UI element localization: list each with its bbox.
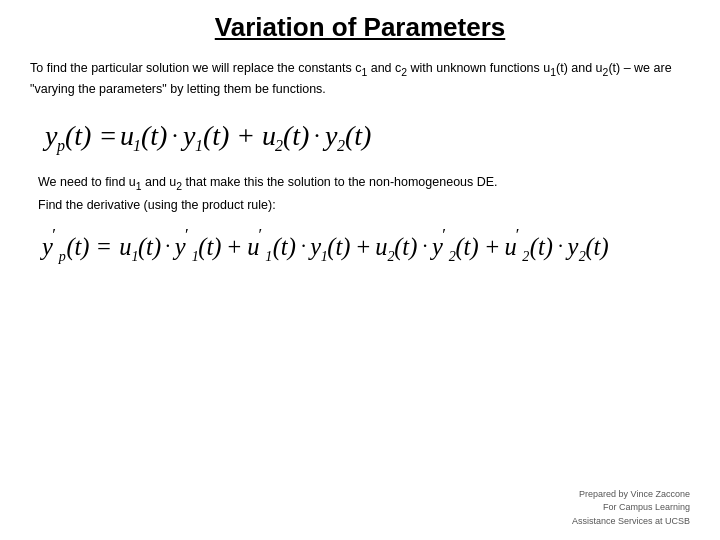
footer-line1: Prepared by Vince Zaccone	[572, 488, 690, 502]
svg-text:+: +	[238, 120, 254, 151]
svg-text:·: ·	[422, 235, 427, 257]
svg-text:(t): (t)	[141, 120, 167, 151]
svg-text:′: ′	[52, 225, 56, 244]
svg-text:′: ′	[185, 225, 189, 244]
svg-text:·: ·	[172, 122, 178, 148]
svg-text:p: p	[58, 248, 66, 264]
svg-text:y: y	[429, 233, 443, 260]
svg-text:y: y	[172, 233, 186, 260]
svg-text:′: ′	[516, 225, 520, 244]
note-paragraph: We need to find u1 and u2 that make this…	[38, 173, 690, 194]
svg-text:·: ·	[165, 235, 170, 257]
formula-particular-solution: y p (t) = u 1 (t) · y 1 (t) + u 2 (t) · …	[30, 109, 690, 161]
svg-text:·: ·	[314, 122, 320, 148]
svg-text:y: y	[180, 120, 196, 151]
svg-text:(t): (t)	[283, 120, 309, 151]
svg-text:2: 2	[275, 137, 283, 154]
svg-text:1: 1	[133, 137, 141, 154]
svg-text:(t): (t)	[273, 233, 296, 261]
svg-text:(t) =: (t) =	[66, 233, 112, 261]
svg-text:2: 2	[522, 248, 529, 264]
svg-text:u: u	[120, 120, 134, 151]
svg-text:(t): (t)	[585, 233, 608, 261]
svg-text:(t): (t)	[394, 233, 417, 261]
main-page: Variation of Parameters To find the part…	[0, 0, 720, 540]
svg-text:y: y	[565, 233, 579, 260]
svg-text:u: u	[262, 120, 276, 151]
svg-text:(t): (t)	[345, 120, 371, 151]
svg-text:y: y	[42, 120, 58, 151]
svg-text:u: u	[375, 233, 387, 260]
svg-text:u: u	[119, 233, 131, 260]
formula-derivative: y ′ p (t) = u 1 (t) · y ′ 1 (t) + u ′ 1 …	[30, 220, 690, 272]
svg-text:(t): (t)	[203, 120, 229, 151]
footer-line3: Assistance Services at UCSB	[572, 515, 690, 529]
svg-text:y: y	[322, 120, 338, 151]
footer-line2: For Campus Learning	[572, 501, 690, 515]
svg-text:(t): (t)	[198, 233, 221, 261]
svg-text:1: 1	[265, 248, 272, 264]
svg-text:+: +	[357, 233, 371, 260]
intro-paragraph: To find the particular solution we will …	[30, 59, 690, 99]
svg-text:y: y	[307, 233, 321, 260]
svg-text:y: y	[40, 233, 53, 260]
svg-text:+: +	[227, 233, 241, 260]
page-title: Variation of Parameters	[30, 12, 690, 43]
svg-text:′: ′	[259, 225, 263, 244]
svg-text:·: ·	[558, 235, 563, 257]
svg-text:1: 1	[195, 137, 203, 154]
svg-text:(t): (t)	[138, 233, 161, 261]
svg-text:(t) =: (t) =	[65, 120, 117, 151]
svg-text:(t): (t)	[327, 233, 350, 261]
svg-text:(t): (t)	[530, 233, 553, 261]
svg-text:′: ′	[442, 225, 446, 244]
derivative-label: Find the derivative (using the product r…	[38, 198, 690, 212]
footer: Prepared by Vince Zaccone For Campus Lea…	[572, 488, 690, 529]
svg-text:·: ·	[301, 235, 306, 257]
svg-text:(t): (t)	[455, 233, 478, 261]
svg-text:2: 2	[337, 137, 345, 154]
svg-text:p: p	[56, 137, 65, 155]
svg-text:+: +	[486, 233, 500, 260]
